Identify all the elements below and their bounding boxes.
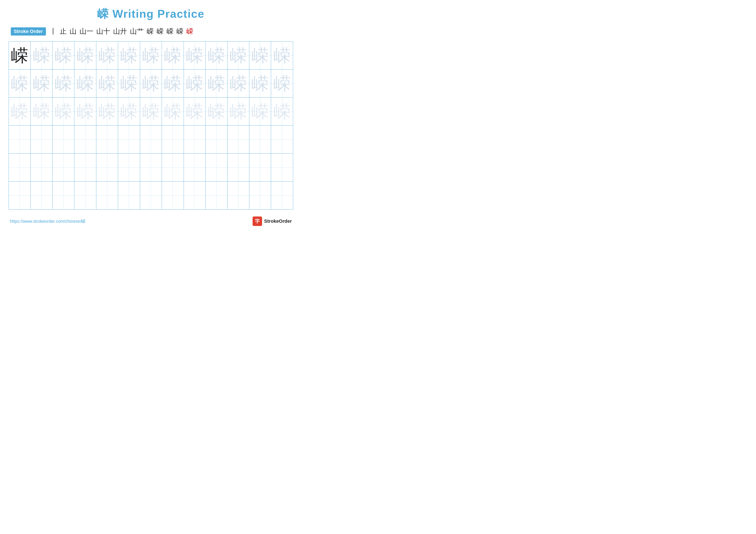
char-faint: 嵘 [186,74,203,93]
grid-cell[interactable] [184,182,205,210]
grid-cell[interactable] [162,154,184,182]
char-faint: 嵘 [274,46,291,65]
grid-cell[interactable] [9,126,31,154]
stroke-9: 嵘 [157,27,164,36]
char-faint: 嵘 [252,74,269,93]
grid-cell[interactable] [162,182,184,210]
char-faint: 嵘 [252,46,269,65]
footer-url[interactable]: https://www.strokeorder.com/chinese/嵘 [10,218,86,224]
grid-cell: 嵘 [52,69,74,98]
grid-cell[interactable] [228,154,249,182]
grid-cell: 嵘 [228,69,249,98]
grid-cell[interactable] [74,182,96,210]
grid-cell[interactable] [228,182,249,210]
grid-cell: 嵘 [52,41,74,69]
grid-cell[interactable] [52,182,74,210]
stroke-order-badge: Stroke Order [11,27,46,36]
char-faint: 嵘 [208,46,225,65]
grid-cell: 嵘 [184,69,205,98]
grid-cell[interactable] [249,126,271,154]
table-row: 嵘 嵘 嵘 嵘 嵘 嵘 嵘 嵘 嵘 嵘 嵘 嵘 嵘 [9,98,293,126]
footer: https://www.strokeorder.com/chinese/嵘 字 … [9,216,293,226]
stroke-order-row: Stroke Order 丨 止 山 山一 山十 山廾 山艹 嵘 嵘 嵘 嵘 嵘 [9,27,293,36]
char-faint: 嵘 [142,46,159,65]
grid-cell[interactable] [249,182,271,210]
grid-cell[interactable] [249,154,271,182]
grid-cell: 嵘 [271,69,293,98]
grid-cell[interactable] [162,126,184,154]
grid-cell: 嵘 [118,41,140,69]
grid-cell: 嵘 [205,41,228,69]
grid-cell[interactable] [184,154,205,182]
grid-cell[interactable] [74,154,96,182]
grid-cell[interactable] [9,182,31,210]
char-faint2: 嵘 [252,102,269,121]
grid-cell[interactable] [205,126,228,154]
grid-cell[interactable] [9,154,31,182]
stroke-7: 山艹 [130,27,144,36]
grid-cell[interactable] [184,126,205,154]
grid-cell: 嵘 [9,41,31,69]
grid-cell: 嵘 [118,98,140,126]
grid-cell[interactable] [31,154,52,182]
char-faint: 嵘 [55,46,72,65]
table-row[interactable] [9,182,293,210]
stroke-3: 山 [69,27,76,36]
grid-cell[interactable] [118,182,140,210]
grid-cell[interactable] [52,126,74,154]
char-faint: 嵘 [77,46,94,65]
grid-cell[interactable] [96,126,118,154]
grid-cell[interactable] [228,126,249,154]
grid-cell: 嵘 [162,69,184,98]
grid-cell: 嵘 [74,69,96,98]
grid-cell[interactable] [271,182,293,210]
char-faint: 嵘 [230,74,247,93]
grid-cell: 嵘 [9,98,31,126]
grid-cell[interactable] [140,154,162,182]
grid-cell[interactable] [271,154,293,182]
char-faint: 嵘 [208,74,225,93]
stroke-12: 嵘 [186,27,193,36]
char-faint: 嵘 [33,46,50,65]
grid-cell: 嵘 [184,41,205,69]
grid-cell[interactable] [140,126,162,154]
char-faint: 嵘 [186,46,203,65]
grid-cell[interactable] [31,182,52,210]
char-faint2: 嵘 [77,102,94,121]
grid-cell: 嵘 [9,69,31,98]
grid-cell[interactable] [96,182,118,210]
stroke-1: 丨 [50,27,57,36]
grid-cell[interactable] [140,182,162,210]
char-faint: 嵘 [274,74,291,93]
brand-name: StrokeOrder [264,218,292,224]
grid-cell[interactable] [74,126,96,154]
grid-cell[interactable] [118,154,140,182]
table-row: 嵘 嵘 嵘 嵘 嵘 嵘 嵘 嵘 嵘 嵘 嵘 嵘 嵘 [9,69,293,98]
grid-cell[interactable] [271,126,293,154]
grid-cell: 嵘 [162,41,184,69]
stroke-2: 止 [60,27,67,36]
grid-cell: 嵘 [31,98,52,126]
grid-cell: 嵘 [271,98,293,126]
grid-cell: 嵘 [228,98,249,126]
table-row[interactable] [9,154,293,182]
grid-cell: 嵘 [31,41,52,69]
grid-cell: 嵘 [96,69,118,98]
grid-cell: 嵘 [52,98,74,126]
grid-cell: 嵘 [271,41,293,69]
grid-cell[interactable] [96,154,118,182]
stroke-11: 嵘 [176,27,183,36]
stroke-6: 山廾 [113,27,127,36]
grid-cell[interactable] [118,126,140,154]
grid-cell[interactable] [31,126,52,154]
char-faint2: 嵘 [120,102,138,121]
grid-cell: 嵘 [249,98,271,126]
table-row[interactable] [9,126,293,154]
char-faint: 嵘 [164,46,181,65]
grid-cell[interactable] [205,182,228,210]
grid-cell[interactable] [205,154,228,182]
grid-cell: 嵘 [205,98,228,126]
grid-cell[interactable] [52,154,74,182]
char-faint2: 嵘 [142,102,159,121]
char-solid: 嵘 [11,46,28,65]
